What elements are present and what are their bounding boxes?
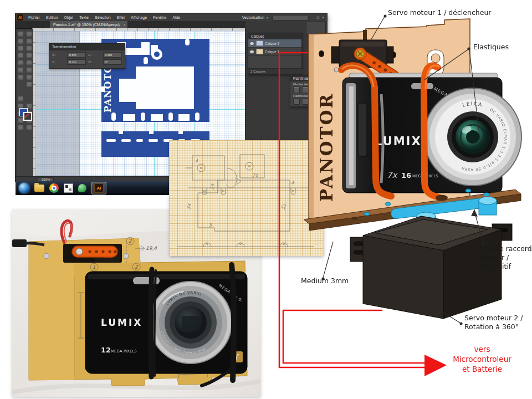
page: Ai FichierEditionObjetTexteSélectionEffe… bbox=[0, 0, 532, 399]
sketch-dim: 51 bbox=[280, 203, 287, 211]
menu-fichier[interactable]: Fichier bbox=[28, 16, 40, 19]
layer-row[interactable]: Calque 2 bbox=[248, 39, 301, 48]
document-tab[interactable]: Panotor-1.ai* @ 150% (CMJN/Aperçu) × bbox=[50, 21, 127, 28]
green-app-icon[interactable] bbox=[78, 184, 86, 192]
pathfinder-button[interactable] bbox=[302, 86, 309, 93]
illustrator-taskbar-glyph: Ai bbox=[94, 183, 104, 193]
x-label: X : bbox=[52, 53, 65, 57]
tool-icon[interactable] bbox=[18, 75, 23, 80]
menu-affichage[interactable]: Affichage bbox=[131, 16, 147, 19]
photo-mp-number: 12 bbox=[101, 346, 111, 354]
tool-icon[interactable] bbox=[18, 60, 23, 65]
sketch-dim: 34 bbox=[186, 203, 192, 210]
tool-icon[interactable] bbox=[18, 39, 23, 44]
window-controls: – □ × bbox=[312, 15, 324, 21]
tab-close-icon[interactable]: × bbox=[124, 21, 126, 28]
menu-items: FichierEditionObjetTexteSélectionEffetAf… bbox=[28, 16, 180, 19]
stroke-swatch[interactable] bbox=[23, 112, 32, 121]
tool-icon[interactable] bbox=[18, 32, 23, 37]
windows-start-icon[interactable] bbox=[19, 183, 29, 193]
tool-icon[interactable] bbox=[27, 125, 32, 130]
rotate-value[interactable]: 0° bbox=[88, 60, 101, 64]
sketch-dim: 4 bbox=[195, 158, 198, 163]
red-wire-servo2 bbox=[283, 310, 426, 363]
pathfinder-button[interactable] bbox=[293, 98, 300, 105]
label-servo2: Servo moteur 2 / Rotation à 360° bbox=[464, 314, 523, 331]
chrome-icon[interactable] bbox=[49, 183, 59, 193]
transform-panel-title[interactable]: Transformation bbox=[49, 44, 125, 50]
w-value[interactable]: 0 cm bbox=[103, 52, 122, 58]
transform-panel: Transformation X : 0 cm L : 0 cm Y : 0 c… bbox=[49, 43, 125, 69]
windows-taskbar: Ai bbox=[16, 181, 189, 195]
fill-stroke-swatches[interactable] bbox=[19, 108, 30, 119]
minimize-button[interactable]: – bbox=[312, 15, 314, 21]
menu-texte[interactable]: Texte bbox=[79, 16, 89, 19]
label-medium: Medium 3mm bbox=[301, 277, 349, 285]
tool-icon[interactable] bbox=[27, 53, 32, 58]
pencil-note: 19,4 bbox=[146, 245, 157, 251]
menu-effet[interactable]: Effet bbox=[117, 16, 125, 19]
label-servo2-line1: Servo moteur 2 / bbox=[464, 314, 523, 323]
illustrator-app-icon[interactable]: Ai bbox=[17, 14, 24, 21]
tool-icon[interactable] bbox=[18, 68, 23, 73]
servo1 bbox=[331, 40, 401, 83]
menu-objet[interactable]: Objet bbox=[64, 16, 73, 19]
menu-fenêtre[interactable]: Fenêtre bbox=[153, 16, 166, 19]
render-camera-brand: LUMIX bbox=[375, 135, 422, 148]
shear-value[interactable]: 0° bbox=[103, 59, 122, 65]
photo-mp-label: MEGA PIXELS bbox=[111, 349, 137, 354]
label-servo2-line2: Rotation à 360° bbox=[464, 323, 523, 331]
illustrator-taskbar-icon[interactable]: Ai bbox=[91, 182, 106, 195]
layers-panel-title[interactable]: Calques bbox=[248, 33, 301, 39]
menu-aide[interactable]: Aide bbox=[172, 16, 180, 19]
label-wire-line3: et Batterie bbox=[441, 364, 524, 374]
label-platine-line2: Moteur / bbox=[480, 253, 532, 262]
tool-icon[interactable] bbox=[18, 96, 23, 101]
explorer-folder-icon[interactable] bbox=[34, 185, 44, 192]
tool-icon[interactable] bbox=[18, 125, 23, 130]
visibility-eye-icon[interactable] bbox=[249, 50, 254, 54]
layer-row[interactable]: Calque 1 bbox=[248, 48, 301, 56]
menu-edition[interactable]: Edition bbox=[46, 16, 58, 19]
svg-text:DC VARIO-ELMAR 1:3.3-5.9/5.0-5: DC VARIO-ELMAR 1:3.3-5.9/5.0-50 ASPH bbox=[461, 108, 508, 172]
tool-icon[interactable] bbox=[27, 82, 32, 87]
tool-icon[interactable] bbox=[18, 53, 23, 58]
y-label: Y : bbox=[52, 60, 65, 64]
tool-icon[interactable] bbox=[27, 39, 32, 44]
close-button[interactable]: × bbox=[322, 15, 324, 21]
tool-icon[interactable] bbox=[27, 32, 32, 37]
photo-camera-brand: LUMIX bbox=[101, 317, 142, 328]
label-wire-line2: Microcontroleur bbox=[441, 354, 524, 364]
maximize-button[interactable]: □ bbox=[317, 15, 319, 21]
pathfinder-button[interactable] bbox=[311, 86, 318, 93]
tool-icon[interactable] bbox=[27, 68, 32, 73]
graph-paper-sketch: 70 34 51 24 5 4 4 bbox=[169, 140, 323, 256]
label-wire-destination: vers Microcontroleur et Batterie bbox=[441, 344, 524, 374]
label-platine-line1: Platine raccord bbox=[480, 244, 532, 253]
lens-ring-text: DC VARIO-ELMAR 1:3.3-5.9/5.0-50 ASPH bbox=[461, 108, 508, 172]
render-mp-number: 16 bbox=[401, 171, 411, 180]
pathfinder-panel-title[interactable]: Pathfinder bbox=[290, 75, 338, 81]
pathfinder-button[interactable] bbox=[293, 86, 300, 93]
tool-icon[interactable] bbox=[18, 46, 23, 51]
tool-icon[interactable] bbox=[27, 60, 32, 65]
y-value[interactable]: 0 cm bbox=[67, 59, 86, 65]
pathfinder-button[interactable] bbox=[320, 86, 326, 93]
visibility-eye-icon[interactable] bbox=[249, 42, 254, 45]
tool-icon[interactable] bbox=[27, 46, 32, 51]
pathfinder-button[interactable] bbox=[311, 98, 318, 105]
render-zoom-text: 7x bbox=[387, 170, 398, 180]
tool-icon[interactable] bbox=[27, 75, 32, 80]
workspace-switcher[interactable]: Vectorisation ▼ bbox=[242, 16, 269, 19]
pathfinder-button[interactable] bbox=[302, 98, 309, 105]
character-map-icon[interactable] bbox=[64, 183, 73, 193]
menu-sélection[interactable]: Sélection bbox=[95, 16, 111, 19]
label-platine-line3: dispositif bbox=[480, 262, 532, 271]
search-input[interactable] bbox=[272, 15, 309, 21]
pathfinder-button[interactable] bbox=[320, 98, 326, 105]
illustrator-menubar: Ai FichierEditionObjetTexteSélectionEffe… bbox=[16, 14, 327, 21]
sketch-dim: 24 bbox=[209, 183, 216, 190]
collapsed-panels[interactable] bbox=[306, 22, 326, 35]
x-value[interactable]: 0 cm bbox=[67, 52, 86, 58]
workspace-label: Vectorisation bbox=[242, 16, 264, 19]
